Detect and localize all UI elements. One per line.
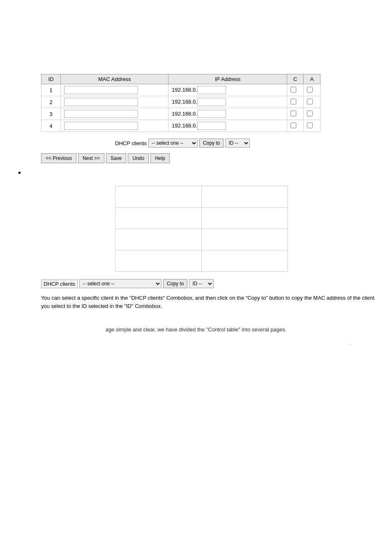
id-select-2[interactable]: ID -- [189,279,214,288]
lower-cell-1 [115,186,202,208]
dhcp-row-2: DHCP clients -- select one -- Copy to ID… [41,279,376,288]
row-id: 3 [42,108,61,120]
lower-table [115,186,288,272]
ip-prefix-4: 192.168.0. [172,123,197,129]
mac-input-2[interactable] [64,98,138,106]
check-a-2 [304,96,321,108]
lower-table-row [115,229,288,250]
row-id: 4 [42,120,61,132]
table-row: 1 192.168.0. [42,84,321,96]
checkbox-c-1[interactable] [291,87,296,92]
checkbox-a-2[interactable] [307,99,313,104]
mac-input-4[interactable] [64,122,138,130]
mac-cell [61,108,168,120]
table-row: 2 192.168.0. [42,96,321,108]
ip-prefix-3: 192.168.0. [172,111,197,117]
ip-suffix-2[interactable] [197,98,226,106]
checkbox-a-3[interactable] [307,111,313,116]
check-a-4 [304,120,321,132]
ip-cell-4: 192.168.0. [168,120,287,132]
checkbox-c-4[interactable] [291,123,296,128]
ip-suffix-4[interactable] [197,122,226,130]
dhcp-clients-label: DHCP clients [115,140,147,146]
lower-section [115,186,376,272]
ip-cell-2: 192.168.0. [168,96,287,108]
check-c-1 [287,84,304,96]
lower-cell-5 [115,229,202,250]
checkbox-c-3[interactable] [291,111,296,116]
nav-row: << Previous Next >> Save Undo Help [41,153,376,163]
mac-cell [61,96,168,108]
ip-prefix-2: 192.168.0. [172,99,197,105]
ip-suffix-3[interactable] [197,110,226,118]
undo-button[interactable]: Undo [128,153,149,163]
check-c-4 [287,120,304,132]
lower-table-row [115,250,288,272]
dhcp-clients-select[interactable]: -- select one -- [148,139,198,148]
dhcp-clients-label-2: DHCP clients [41,280,78,288]
mac-input-3[interactable] [64,110,138,118]
mac-cell [61,84,168,96]
table-row: 4 192.168.0. [42,120,321,132]
checkbox-a-4[interactable] [307,123,313,128]
row-id: 1 [42,84,61,96]
lower-table-row [115,208,288,229]
col-header-id: ID [42,74,61,84]
bullet-point: • [18,168,376,178]
check-a-1 [304,84,321,96]
table-row: 3 192.168.0. [42,108,321,120]
col-header-mac: MAC Address [61,74,168,84]
ip-suffix-1[interactable] [197,86,226,94]
next-button[interactable]: Next >> [78,153,104,163]
lower-cell-4 [201,208,288,229]
ip-cell-1: 192.168.0. [168,84,287,96]
dhcp-clients-select-2[interactable]: -- select one -- [79,279,161,288]
save-button[interactable]: Save [106,153,126,163]
copy-to-button[interactable]: Copy to [199,139,224,148]
ip-cell-3: 192.168.0. [168,108,287,120]
col-header-ip: IP Address [168,74,287,84]
mac-input-1[interactable] [64,86,138,94]
check-c-2 [287,96,304,108]
check-c-3 [287,108,304,120]
checkbox-a-1[interactable] [307,87,313,92]
main-table: ID MAC Address IP Address C A 1 192.168.… [41,74,321,132]
bottom-dot: . [16,341,351,346]
id-select[interactable]: ID -- [225,139,250,148]
mac-cell [61,120,168,132]
lower-cell-6 [201,229,288,250]
col-header-c: C [287,74,304,84]
lower-cell-2 [201,186,288,208]
previous-button[interactable]: << Previous [41,153,76,163]
description-text: You can select a specific client in the … [41,294,376,310]
col-header-a: A [304,74,321,84]
lower-cell-8 [201,250,288,272]
bottom-text: age simple and clear, we have divided th… [16,326,376,333]
dhcp-row: DHCP clients -- select one -- Copy to ID… [115,139,376,148]
ip-prefix-1: 192.168.0. [172,87,197,93]
copy-to-button-2[interactable]: Copy to [163,279,187,288]
row-id: 2 [42,96,61,108]
checkbox-c-2[interactable] [291,99,296,104]
lower-cell-7 [115,250,202,272]
help-button[interactable]: Help [150,153,170,163]
lower-table-row [115,186,288,208]
lower-cell-3 [115,208,202,229]
check-a-3 [304,108,321,120]
